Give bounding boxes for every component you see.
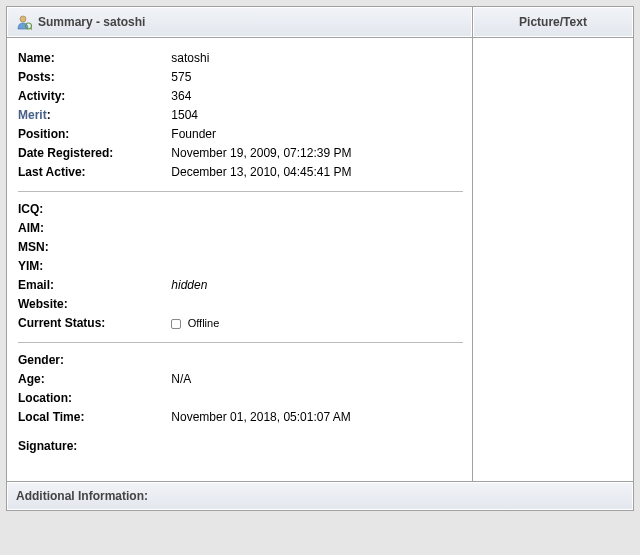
field-aim: AIM:: [18, 219, 463, 237]
picture-text-cell: [473, 38, 633, 481]
website-label: Website:: [18, 295, 168, 313]
field-position: Position: Founder: [18, 125, 463, 143]
field-email: Email: hidden: [18, 276, 463, 294]
date-registered-value: November 19, 2009, 07:12:39 PM: [171, 146, 351, 160]
field-date-registered: Date Registered: November 19, 2009, 07:1…: [18, 144, 463, 162]
additional-info-header: Additional Information:: [7, 482, 633, 510]
merit-link[interactable]: Merit: [18, 108, 47, 122]
posts-value: 575: [171, 70, 191, 84]
field-current-status: Current Status: Offline: [18, 314, 463, 332]
position-label: Position:: [18, 125, 168, 143]
msn-label: MSN:: [18, 238, 168, 256]
name-value: satoshi: [171, 51, 209, 65]
last-active-label: Last Active:: [18, 163, 168, 181]
picture-text-header: Picture/Text: [473, 7, 633, 37]
gender-label: Gender:: [18, 351, 168, 369]
field-location: Location:: [18, 389, 463, 407]
separator: [18, 342, 463, 343]
email-label: Email:: [18, 276, 168, 294]
current-status-label: Current Status:: [18, 314, 168, 332]
merit-label: Merit:: [18, 106, 168, 124]
profile-details: Name: satoshi Posts: 575 Activity: 364 M…: [7, 38, 472, 481]
field-age: Age: N/A: [18, 370, 463, 388]
field-website: Website:: [18, 295, 463, 313]
summary-title: Summary - satoshi: [38, 15, 145, 29]
field-gender: Gender:: [18, 351, 463, 369]
last-active-value: December 13, 2010, 04:45:41 PM: [171, 165, 351, 179]
location-label: Location:: [18, 389, 168, 407]
svg-point-0: [20, 16, 26, 22]
field-msn: MSN:: [18, 238, 463, 256]
age-value: N/A: [171, 372, 191, 386]
field-yim: YIM:: [18, 257, 463, 275]
position-value: Founder: [171, 127, 216, 141]
field-last-active: Last Active: December 13, 2010, 04:45:41…: [18, 163, 463, 181]
field-signature: Signature:: [18, 437, 463, 455]
field-name: Name: satoshi: [18, 49, 463, 67]
summary-header: Summary - satoshi: [7, 7, 472, 37]
offline-checkbox-icon: [171, 319, 181, 329]
current-status-value: Offline: [171, 316, 219, 330]
svg-line-2: [31, 28, 33, 30]
aim-label: AIM:: [18, 219, 168, 237]
field-posts: Posts: 575: [18, 68, 463, 86]
email-value: hidden: [171, 278, 207, 292]
local-time-label: Local Time:: [18, 408, 168, 426]
profile-table: Summary - satoshi Picture/Text Name: sat…: [6, 6, 634, 511]
activity-value: 364: [171, 89, 191, 103]
activity-label: Activity:: [18, 87, 168, 105]
field-local-time: Local Time: November 01, 2018, 05:01:07 …: [18, 408, 463, 426]
icq-label: ICQ:: [18, 200, 168, 218]
field-activity: Activity: 364: [18, 87, 463, 105]
local-time-value: November 01, 2018, 05:01:07 AM: [171, 410, 350, 424]
separator: [18, 191, 463, 192]
signature-label: Signature:: [18, 437, 168, 455]
age-label: Age:: [18, 370, 168, 388]
field-icq: ICQ:: [18, 200, 463, 218]
posts-label: Posts:: [18, 68, 168, 86]
yim-label: YIM:: [18, 257, 168, 275]
field-merit: Merit: 1504: [18, 106, 463, 124]
profile-icon: [16, 14, 32, 30]
merit-value: 1504: [171, 108, 198, 122]
name-label: Name:: [18, 49, 168, 67]
date-registered-label: Date Registered:: [18, 144, 168, 162]
